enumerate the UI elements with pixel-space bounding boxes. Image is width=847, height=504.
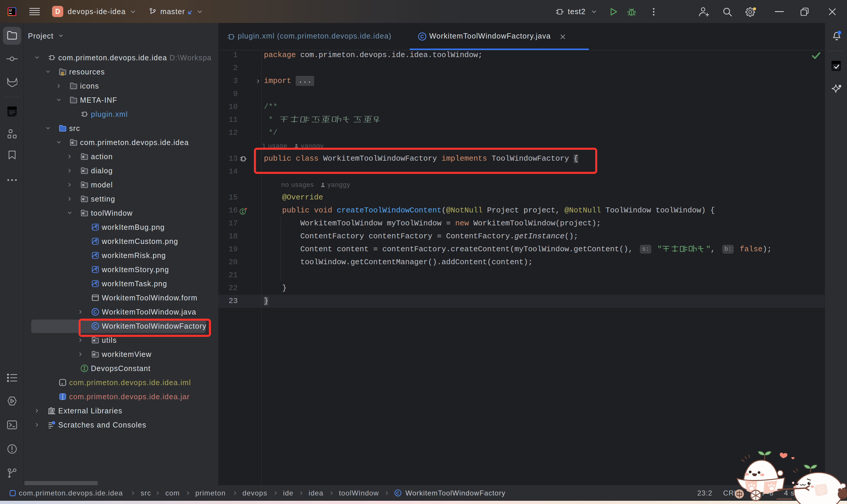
svg-text:C: C bbox=[420, 34, 424, 39]
svg-text:C: C bbox=[93, 309, 97, 314]
svg-text:IJ: IJ bbox=[9, 9, 12, 12]
svg-text:C: C bbox=[396, 491, 399, 496]
